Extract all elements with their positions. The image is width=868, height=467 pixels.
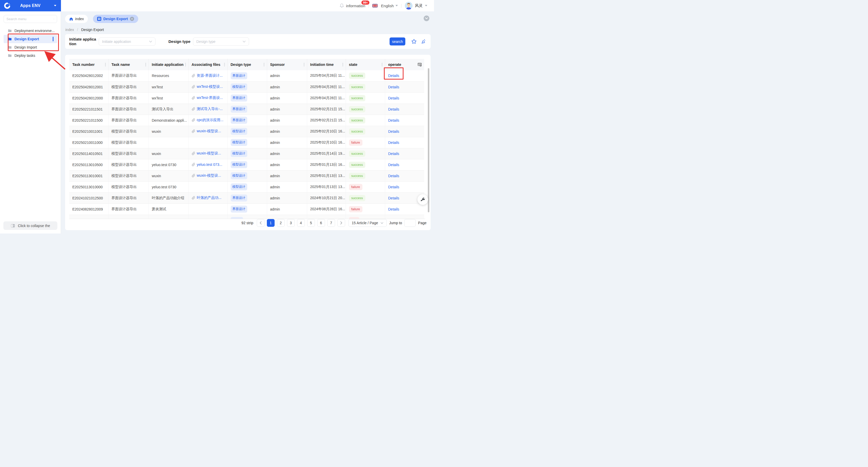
column-menu-icon[interactable]: [304, 63, 305, 66]
cell-associating-files: cpc的演示应用...: [188, 115, 227, 126]
tab-overflow-button[interactable]: [424, 15, 429, 21]
cell-sponsor: admin: [267, 148, 307, 159]
details-link[interactable]: Details: [388, 152, 399, 156]
column-settings-icon[interactable]: [417, 63, 422, 67]
brand-caret-icon[interactable]: [54, 5, 56, 6]
jump-page-input[interactable]: [404, 219, 416, 227]
table-row: E20250113010000模型设计器导出yeluo.test 0730模型设…: [69, 181, 424, 192]
tab-design-export[interactable]: Design Export: [93, 15, 138, 23]
cell-sponsor: admin: [267, 70, 307, 81]
cell-task-name: 界面设计器导出: [108, 70, 149, 81]
prev-page-button[interactable]: [257, 219, 265, 227]
folder-icon: [8, 29, 12, 33]
column-menu-icon[interactable]: [381, 63, 382, 66]
details-link[interactable]: Details: [388, 196, 399, 200]
page-button-1[interactable]: 1: [267, 219, 275, 227]
sidebar-search[interactable]: [4, 15, 57, 23]
column-header-sponsor: Sponsor: [267, 59, 307, 70]
file-link[interactable]: 资源-界面设计...: [192, 73, 223, 78]
cell-state: success: [346, 103, 385, 115]
table-row: E20250428012001模型设计器导出wxTestwxTest-模型设..…: [69, 81, 424, 92]
design-type-badge: 模型设计: [231, 139, 247, 146]
details-link[interactable]: Details: [388, 118, 399, 122]
page-button-5[interactable]: 5: [307, 219, 315, 227]
filter-bar: Initiate application Initiate applicatio…: [65, 34, 431, 49]
file-name: yeluo.test 073...: [197, 162, 222, 166]
column-header-design-type: Design type: [227, 59, 267, 70]
sidebar: Deployment environme...Design ExportDesi…: [0, 11, 61, 234]
file-link[interactable]: wuxin-模型设...: [192, 173, 221, 178]
user-name: 风灵: [415, 3, 423, 8]
details-link[interactable]: Details: [388, 129, 399, 133]
file-link[interactable]: wxTest-界面设...: [192, 96, 223, 100]
table-row: E20240828012009界面设计器导出萧炎测试界面设计admin2024年…: [69, 204, 424, 215]
cell-sponsor: admin: [267, 204, 307, 215]
user-menu[interactable]: 风灵: [405, 2, 427, 9]
sidebar-item-design-import[interactable]: Design Import: [4, 43, 57, 52]
file-link[interactable]: wxTest-模型设...: [192, 85, 223, 89]
search-button[interactable]: search: [390, 37, 405, 45]
sidebar-item-deployment-environme[interactable]: Deployment environme...: [4, 27, 57, 35]
file-link[interactable]: 测试导入导出-...: [192, 107, 223, 111]
cell-task-number: E20250221011501: [69, 103, 108, 115]
design-type-select[interactable]: Design type: [193, 37, 249, 46]
cell-operate: Details: [385, 159, 424, 170]
language-menu[interactable]: English: [381, 4, 398, 8]
column-menu-icon[interactable]: [105, 63, 106, 66]
clear-broom-icon[interactable]: [421, 39, 427, 44]
page-button-6[interactable]: 6: [317, 219, 325, 227]
details-link[interactable]: Details: [388, 96, 399, 100]
page-button-7[interactable]: 7: [327, 219, 335, 227]
column-header-label: Initiation time: [310, 63, 334, 67]
page-button-3[interactable]: 3: [287, 219, 295, 227]
page-size-select[interactable]: 15 Article / Page: [348, 219, 387, 227]
details-link[interactable]: Details: [388, 107, 399, 111]
file-link[interactable]: yeluo.test 073...: [192, 162, 222, 166]
notification-menu[interactable]: information 99+: [339, 3, 365, 8]
details-link[interactable]: Details: [388, 85, 399, 89]
search-icon: [54, 17, 54, 21]
cell-initiate-application: wxTest: [149, 92, 188, 103]
search-input[interactable]: [6, 17, 52, 21]
details-link[interactable]: Details: [388, 141, 399, 145]
details-link[interactable]: Details: [388, 73, 399, 78]
page-button-2[interactable]: 2: [277, 219, 285, 227]
next-page-button[interactable]: [337, 219, 345, 227]
cell-design-type: 模型设计: [227, 81, 267, 92]
vertical-scrollbar[interactable]: [428, 68, 429, 212]
cell-design-type: 模型设计: [227, 181, 267, 192]
file-link[interactable]: cpc的演示应用...: [192, 118, 223, 122]
paperclip-icon: [192, 118, 195, 122]
chevron-down-icon: [243, 40, 246, 42]
details-link[interactable]: Details: [388, 207, 399, 211]
file-link[interactable]: wuxin-模型设...: [192, 151, 221, 156]
column-menu-icon[interactable]: [342, 63, 343, 66]
sidebar-item-deploy-tasks[interactable]: Deploy tasks: [4, 52, 57, 60]
file-link[interactable]: 叶落的产品功...: [192, 195, 222, 200]
close-icon[interactable]: [130, 17, 134, 21]
cell-associating-files: wuxin-模型设...: [188, 148, 227, 159]
column-menu-icon[interactable]: [264, 63, 265, 66]
tab-index[interactable]: index: [65, 15, 88, 23]
column-menu-icon[interactable]: [185, 63, 186, 66]
breadcrumb-index[interactable]: index: [65, 28, 74, 32]
collapse-sidebar-button[interactable]: Click to collapse the: [3, 221, 57, 230]
favorite-star-icon[interactable]: [411, 39, 417, 44]
initiate-application-select[interactable]: Initiate application: [99, 37, 156, 46]
chevron-down-icon: [425, 17, 428, 19]
cell-state: failure: [346, 181, 385, 192]
details-link[interactable]: Details: [388, 185, 399, 189]
details-link[interactable]: Details: [388, 163, 399, 167]
file-name: 叶落的产品功...: [197, 195, 222, 200]
column-menu-icon[interactable]: [224, 63, 225, 66]
breadcrumb-current: Design Export: [81, 28, 104, 32]
page-button-4[interactable]: 4: [297, 219, 305, 227]
sidebar-item-design-export[interactable]: Design Export: [4, 35, 57, 43]
details-link[interactable]: Details: [388, 174, 399, 178]
settings-fab[interactable]: [417, 194, 428, 205]
file-link[interactable]: wuxin-模型设...: [192, 129, 221, 133]
column-menu-icon[interactable]: [145, 63, 146, 66]
app-grid-icon: [97, 17, 101, 21]
chevron-left-icon: [259, 221, 262, 224]
state-badge: success: [349, 162, 365, 168]
